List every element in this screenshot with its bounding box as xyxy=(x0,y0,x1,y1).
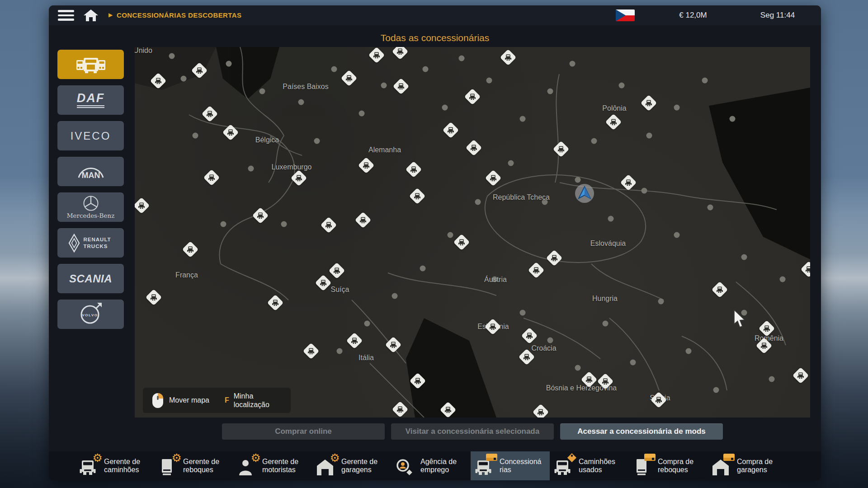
dealer-icon[interactable] xyxy=(553,141,570,158)
game-ui-window: ▶ CONCESSIONÁRIAS DESCOBERTAS € 12,0M Se… xyxy=(49,5,821,480)
city-dot xyxy=(226,61,232,67)
dealer-icon[interactable] xyxy=(393,78,410,95)
country-label: Polônia xyxy=(602,104,626,113)
toolbar-item-label: Caminhõesusados xyxy=(579,458,615,474)
toolbar-item-label: Gerente degaragens xyxy=(341,458,377,474)
toolbar-item-garage-purchase[interactable]: Compra degaragens xyxy=(708,451,787,480)
dealer-icon[interactable] xyxy=(453,234,470,251)
trailer-manager-icon: ⚙ xyxy=(158,455,179,476)
menu-icon[interactable] xyxy=(58,10,74,21)
country-label: Eslováquia xyxy=(590,239,626,248)
dealer-icon[interactable] xyxy=(519,349,535,366)
sidebar-brand-daf[interactable]: DAF xyxy=(57,85,124,115)
dealer-icon[interactable] xyxy=(521,328,538,344)
country-label: República Tcheca xyxy=(493,193,550,202)
city-dot xyxy=(708,205,713,211)
dealer-icon[interactable] xyxy=(793,367,809,384)
sidebar-brand-volvo[interactable]: VOLVO xyxy=(57,300,124,329)
home-icon[interactable] xyxy=(83,9,99,22)
dealer-icon[interactable] xyxy=(620,174,637,191)
toolbar-item-job-agency[interactable]: Agência deemprego xyxy=(392,451,471,480)
dealer-icon[interactable] xyxy=(464,89,481,105)
city-dot xyxy=(630,360,636,366)
toolbar-item-truck-manager[interactable]: ⚙ Gerente decaminhões xyxy=(75,451,154,480)
dealer-icon[interactable] xyxy=(329,263,345,279)
dealer-icon[interactable] xyxy=(440,402,457,418)
dealer-icon[interactable] xyxy=(712,282,728,298)
dealer-icon[interactable] xyxy=(303,343,320,360)
sidebar-brand-all[interactable] xyxy=(57,50,124,79)
city-dot xyxy=(314,138,320,144)
action-button-2[interactable]: Acessar a concessionária de mods xyxy=(560,423,723,440)
dealer-icon[interactable] xyxy=(203,169,220,186)
city-dot xyxy=(741,254,747,260)
dealer-icon[interactable] xyxy=(605,114,622,131)
sidebar-brand-mercedes[interactable]: Mercedes-Benz xyxy=(57,192,124,222)
dealer-icon[interactable] xyxy=(150,73,167,89)
man-logo: MAN xyxy=(74,164,108,179)
dealer-icon[interactable] xyxy=(291,170,307,187)
dealer-icon[interactable] xyxy=(202,106,218,122)
dealer-icon[interactable] xyxy=(191,62,208,79)
dealer-icon[interactable] xyxy=(485,170,502,187)
toolbar-item-label: Gerente dereboques xyxy=(183,458,219,474)
dealer-icon[interactable] xyxy=(597,373,614,390)
toolbar-item-trailer-manager[interactable]: ⚙ Gerente dereboques xyxy=(154,451,233,480)
europe-dealer-map[interactable]: UnidoPaíses BaixosBélgicaLuxemburgoAlema… xyxy=(135,47,810,418)
toolbar-item-garage-manager[interactable]: ⚙ Gerente degaragens xyxy=(312,451,392,480)
dealers-icon xyxy=(474,455,495,476)
dealer-icon[interactable] xyxy=(528,262,545,279)
dealer-icon[interactable] xyxy=(358,157,375,174)
dealer-icon[interactable] xyxy=(267,295,284,311)
dealer-icon[interactable] xyxy=(410,373,426,389)
toolbar-item-trailer-purchase[interactable]: Compra dereboques xyxy=(629,451,708,480)
city-dot xyxy=(259,89,265,94)
dealer-icon[interactable] xyxy=(385,337,402,353)
dealer-icon[interactable] xyxy=(341,70,358,87)
toolbar-item-driver-manager[interactable]: ⚙ Gerente demotoristas xyxy=(233,451,312,480)
dealer-icon[interactable] xyxy=(346,333,363,349)
dealer-icon[interactable] xyxy=(581,371,598,388)
dealer-icon[interactable] xyxy=(315,275,332,291)
dealer-icon[interactable] xyxy=(485,319,501,335)
dealer-icon[interactable] xyxy=(651,392,667,408)
toolbar-item-label: Compra degaragens xyxy=(737,458,773,474)
dealer-icon[interactable] xyxy=(409,188,426,205)
country-label: Unido xyxy=(135,47,152,55)
toolbar-item-dealers[interactable]: Concessionárias xyxy=(471,451,550,480)
dealer-icon[interactable] xyxy=(500,49,517,66)
action-button-0[interactable]: Comprar online xyxy=(222,423,385,440)
dealer-icon[interactable] xyxy=(252,207,269,224)
dealer-icon[interactable] xyxy=(146,289,162,306)
city-dot xyxy=(686,348,692,354)
game-time: Seg 11:44 xyxy=(746,11,809,20)
city-dot xyxy=(658,299,664,305)
dealer-icon[interactable] xyxy=(406,161,422,178)
city-dot xyxy=(674,105,680,111)
dealer-icon[interactable] xyxy=(368,47,385,63)
dealer-icon[interactable] xyxy=(182,241,199,258)
dealer-icon[interactable] xyxy=(222,124,239,141)
sidebar-brand-iveco[interactable]: IVECO xyxy=(57,121,124,150)
city-dot xyxy=(646,133,652,139)
sidebar-brand-man[interactable]: MAN xyxy=(57,157,124,186)
dealer-icon[interactable] xyxy=(321,217,337,234)
action-button-1[interactable]: Visitar a concessionária selecionada xyxy=(391,423,554,440)
dealer-icon[interactable] xyxy=(355,212,372,229)
dealer-icon[interactable] xyxy=(756,338,773,354)
city-dot xyxy=(575,365,581,371)
mercedes-benz-logo: Mercedes-Benz xyxy=(67,195,115,219)
dealer-icon[interactable] xyxy=(392,401,409,418)
sidebar-brand-renault[interactable]: RENAULT TRUCKS xyxy=(57,228,124,258)
city-dot xyxy=(392,293,398,299)
dealer-icon[interactable] xyxy=(466,140,482,156)
dealer-icon[interactable] xyxy=(533,404,549,418)
sidebar-brand-scania[interactable]: SCANIA xyxy=(57,264,124,293)
dealer-icon[interactable] xyxy=(759,320,775,337)
svg-text:MAN: MAN xyxy=(81,171,100,179)
dealer-icon[interactable] xyxy=(443,122,459,139)
city-dot xyxy=(547,89,553,94)
toolbar-item-used-trucks[interactable]: Caminhõesusados xyxy=(550,451,629,480)
dealer-icon[interactable] xyxy=(546,250,563,267)
dealer-icon[interactable] xyxy=(641,95,657,112)
